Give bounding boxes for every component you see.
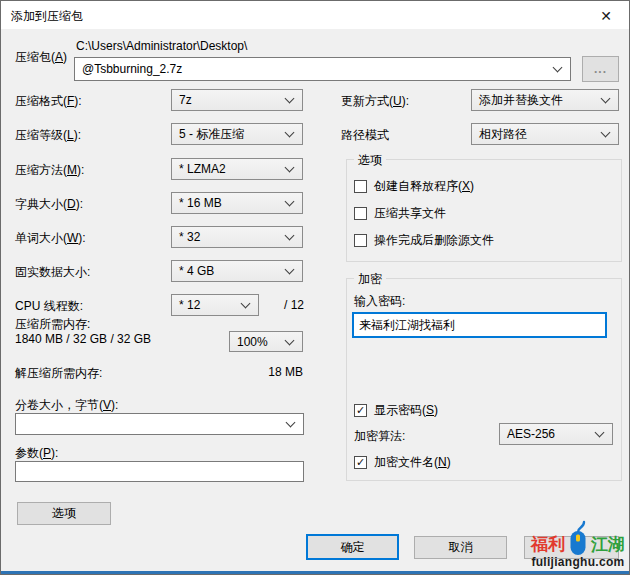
watermark-domain: fulijianghu.com — [531, 555, 624, 569]
cpu-threads-max: / 12 — [284, 298, 304, 312]
watermark-brand-row: 福利 江湖 — [531, 521, 625, 555]
options-button[interactable]: 选项 — [17, 502, 111, 525]
chevron-down-icon — [285, 335, 295, 345]
dictionary-value: * 16 MB — [179, 196, 222, 210]
volume-size-combobox[interactable] — [15, 413, 304, 435]
decompress-memory-value: 18 MB — [241, 365, 303, 379]
encrypt-names-checkbox[interactable] — [354, 456, 367, 469]
cancel-button[interactable]: 取消 — [414, 536, 507, 559]
chevron-down-icon — [285, 265, 295, 275]
solid-block-value: * 4 GB — [179, 264, 214, 278]
volume-size-label: 分卷大小，字节(V): — [15, 397, 118, 414]
method-combobox[interactable]: * LZMA2 — [171, 158, 303, 180]
create-sfx-checkbox[interactable] — [354, 180, 367, 193]
method-label: 压缩方法(M): — [15, 162, 84, 179]
chevron-down-icon — [285, 163, 295, 173]
archive-name-combobox[interactable]: @Tsbburning_2.7z — [74, 57, 571, 81]
chevron-down-icon — [601, 94, 611, 104]
ok-button[interactable]: 确定 — [306, 534, 399, 560]
update-mode-label: 更新方式(U): — [341, 93, 409, 110]
show-password-label: 显示密码(S) — [374, 402, 438, 419]
memory-percent-combobox[interactable]: 100% — [229, 331, 303, 352]
chevron-down-icon — [241, 299, 251, 309]
encryption-method-label: 加密算法: — [354, 428, 405, 445]
window-bottom-edge — [1, 571, 629, 574]
cpu-threads-label: CPU 线程数: — [15, 298, 83, 315]
mouse-icon — [567, 520, 589, 556]
chevron-down-icon — [595, 428, 605, 438]
encryption-method-value: AES-256 — [507, 427, 555, 441]
path-mode-combobox[interactable]: 相对路径 — [471, 123, 619, 145]
brand-text-left: 福利 — [531, 535, 565, 555]
update-mode-combobox[interactable]: 添加并替换文件 — [471, 89, 619, 111]
chevron-down-icon — [285, 231, 295, 241]
encryption-group-title: 加密 — [354, 271, 386, 288]
level-combobox[interactable]: 5 - 标准压缩 — [171, 123, 303, 145]
memory-percent-value: 100% — [237, 335, 268, 349]
format-value: 7z — [179, 93, 192, 107]
password-input[interactable] — [352, 312, 607, 338]
parameters-input[interactable] — [15, 461, 304, 482]
archive-label: 压缩包(A) — [15, 49, 67, 66]
cpu-threads-value: * 12 — [179, 298, 200, 312]
method-value: * LZMA2 — [179, 162, 226, 176]
memory-usage-label: 压缩所需内存: — [15, 316, 90, 333]
format-combobox[interactable]: 7z — [171, 89, 303, 111]
encrypt-names-label: 加密文件名(N) — [374, 454, 451, 471]
solid-block-combobox[interactable]: * 4 GB — [171, 260, 303, 282]
dialog-title: 添加到压缩包 — [11, 8, 83, 25]
dictionary-label: 字典大小(D): — [15, 196, 83, 213]
show-password-checkbox[interactable] — [354, 404, 367, 417]
encryption-method-combobox[interactable]: AES-256 — [499, 423, 613, 445]
encrypt-names-row: 加密文件名(N) — [354, 454, 451, 471]
create-sfx-label: 创建自释放程序(X) — [374, 178, 474, 195]
level-label: 压缩等级(L): — [15, 127, 81, 144]
dictionary-combobox[interactable]: * 16 MB — [171, 192, 303, 214]
format-label: 压缩格式(F): — [15, 93, 82, 110]
path-mode-value: 相对路径 — [479, 126, 527, 143]
parameters-label: 参数(P): — [15, 445, 58, 462]
update-mode-value: 添加并替换文件 — [479, 92, 563, 109]
chevron-down-icon — [553, 63, 563, 73]
create-sfx-row: 创建自释放程序(X) — [354, 178, 474, 195]
options-group-title: 选项 — [354, 152, 386, 169]
decompress-memory-label: 解压缩所需内存: — [15, 365, 102, 382]
chevron-down-icon — [601, 128, 611, 138]
word-size-label: 单词大小(W): — [15, 230, 86, 247]
delete-after-label: 操作完成后删除源文件 — [374, 232, 494, 249]
archive-path: C:\Users\Administrator\Desktop\ — [76, 39, 247, 53]
memory-usage-detail: 1840 MB / 32 GB / 32 GB — [15, 332, 151, 346]
chevron-down-icon — [285, 94, 295, 104]
level-value: 5 - 标准压缩 — [179, 126, 244, 143]
close-icon[interactable]: ✕ — [591, 5, 621, 26]
brand-text-right: 江湖 — [591, 535, 625, 555]
browse-button[interactable]: ... — [582, 56, 619, 82]
delete-after-checkbox[interactable] — [354, 234, 367, 247]
shared-files-checkbox[interactable] — [354, 207, 367, 220]
shared-files-row: 压缩共享文件 — [354, 205, 446, 222]
chevron-down-icon — [285, 128, 295, 138]
fulijianghu-watermark: 福利 江湖 fulijianghu.com — [527, 515, 629, 569]
delete-after-row: 操作完成后删除源文件 — [354, 232, 494, 249]
title-bar: 添加到压缩包 ✕ — [1, 1, 629, 29]
show-password-row: 显示密码(S) — [354, 402, 438, 419]
word-size-combobox[interactable]: * 32 — [171, 226, 303, 248]
cpu-threads-combobox[interactable]: * 12 — [171, 294, 259, 316]
solid-block-label: 固实数据大小: — [15, 264, 90, 281]
word-size-value: * 32 — [179, 230, 200, 244]
add-to-archive-dialog: 添加到压缩包 ✕ 压缩包(A) C:\Users\Administrator\D… — [0, 0, 630, 575]
shared-files-label: 压缩共享文件 — [374, 205, 446, 222]
password-label: 输入密码: — [354, 293, 405, 310]
chevron-down-icon — [285, 197, 295, 207]
path-mode-label: 路径模式 — [341, 127, 389, 144]
archive-name-value: @Tsbburning_2.7z — [82, 62, 182, 76]
chevron-down-icon — [286, 418, 296, 428]
